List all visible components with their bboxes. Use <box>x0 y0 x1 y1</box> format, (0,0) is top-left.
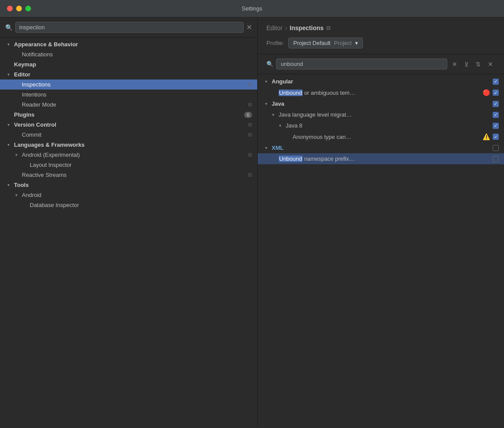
sidebar-item-label: Editor <box>14 71 252 78</box>
inspection-label: Unbound namespace prefix… <box>279 155 490 162</box>
right-search-input[interactable] <box>276 59 447 69</box>
right-header: Editor › Inspections ⊟ Profile: Project … <box>258 17 504 54</box>
sidebar-item-android[interactable]: ▾Android <box>0 190 257 200</box>
sidebar-search-bar: 🔍 ✕ <box>0 17 257 38</box>
profile-row: Profile: Project Default Project ▾ <box>266 38 495 48</box>
close-search-button[interactable]: ✕ <box>486 59 495 69</box>
sidebar-item-notifications[interactable]: Notifications <box>0 49 257 59</box>
inspection-label: Java <box>272 100 490 107</box>
inspection-label: Angular <box>272 78 490 85</box>
profile-tag: Project <box>334 40 352 46</box>
sidebar-item-reader_mode[interactable]: Reader Mode⊟ <box>0 100 257 110</box>
error-icon: 🔴 <box>483 89 490 96</box>
inspection-label: Unbound or ambiguous tem… <box>279 90 480 96</box>
checkbox[interactable]: ✓ <box>493 79 499 85</box>
chevron-icon: ▾ <box>263 79 269 84</box>
sidebar-item-appearance[interactable]: ▾Appearance & Behavior <box>0 39 257 49</box>
inspection-item-angular_header[interactable]: ▾Angular✓ <box>258 76 504 87</box>
sidebar-item-languages[interactable]: ▾Languages & Frameworks <box>0 140 257 150</box>
chevron-icon: ▾ <box>13 193 19 197</box>
sidebar-item-label: Commit <box>22 131 245 138</box>
chevron-icon: ▾ <box>5 142 11 147</box>
sidebar-item-label: Database Inspector <box>30 202 252 208</box>
minimize-button[interactable] <box>16 6 22 11</box>
settings-icon: ⊟ <box>248 152 252 158</box>
profile-label: Profile: <box>266 40 284 46</box>
chevron-icon: ▾ <box>5 72 11 77</box>
sidebar-item-label: Appearance & Behavior <box>14 41 252 48</box>
sidebar-item-reactive_streams[interactable]: Reactive Streams⊟ <box>0 170 257 180</box>
breadcrumb-current: Inspections <box>290 24 324 31</box>
inspection-item-java_lang_level[interactable]: ▾Java language level migrat…✓ <box>258 109 504 120</box>
sidebar-item-label: Languages & Frameworks <box>14 142 252 148</box>
inspection-item-unbound_angular[interactable]: Unbound or ambiguous tem…🔴✓ <box>258 87 504 98</box>
right-clear-button[interactable]: ✕ <box>450 59 459 69</box>
sidebar-item-db_inspector[interactable]: Database Inspector <box>0 200 257 210</box>
sidebar-item-plugins[interactable]: Plugins6 <box>0 110 257 120</box>
sidebar-item-editor[interactable]: ▾Editor <box>0 69 257 79</box>
sidebar-item-tools[interactable]: ▾Tools <box>0 180 257 190</box>
checkbox[interactable]: ✓ <box>493 90 499 96</box>
traffic-lights <box>7 6 31 11</box>
sidebar-item-android_exp[interactable]: ▾Android (Experimental)⊟ <box>0 150 257 160</box>
chevron-icon: ▾ <box>263 101 269 106</box>
checkbox[interactable] <box>493 145 499 151</box>
maximize-button[interactable] <box>25 6 31 11</box>
settings-icon: ⊟ <box>248 122 252 128</box>
inspection-item-xml_header[interactable]: ▾XML <box>258 142 504 153</box>
inspection-item-anon_type[interactable]: Anonymous type can…⚠️✓ <box>258 131 504 142</box>
sidebar-item-commit[interactable]: Commit⊟ <box>0 130 257 140</box>
sidebar-clear-button[interactable]: ✕ <box>246 24 252 31</box>
checkbox[interactable]: ✓ <box>493 101 499 107</box>
breadcrumb: Editor › Inspections ⊟ <box>266 24 495 31</box>
breadcrumb-parent: Editor <box>266 24 283 31</box>
highlight-text: Unbound <box>279 155 303 162</box>
breadcrumb-separator: › <box>285 24 287 31</box>
window-title: Settings <box>242 5 262 12</box>
sidebar-item-label: Tools <box>14 182 252 188</box>
chevron-icon: ▾ <box>5 122 11 127</box>
chevron-icon: ▾ <box>13 152 19 157</box>
checkbox[interactable]: ✓ <box>493 134 499 140</box>
sidebar-item-label: Version Control <box>14 121 245 128</box>
sidebar-item-label: Android <box>22 192 252 198</box>
sidebar-item-layout_inspector[interactable]: Layout Inspector <box>0 160 257 170</box>
sidebar-search-input[interactable] <box>15 22 244 33</box>
sidebar-item-label: Notifications <box>22 51 252 58</box>
sidebar-item-label: Android (Experimental) <box>22 152 245 158</box>
inspection-item-java8[interactable]: ▾Java 8✓ <box>258 120 504 131</box>
right-search-icon: 🔍 <box>266 61 273 67</box>
chevron-icon: ▾ <box>5 183 11 187</box>
chevron-icon: ▾ <box>270 112 276 117</box>
inspection-item-java_header[interactable]: ▾Java✓ <box>258 98 504 109</box>
close-button[interactable] <box>7 6 13 11</box>
inspection-label: Java language level migrat… <box>279 111 490 118</box>
sidebar-item-inspections[interactable]: Inspections⊟ <box>0 79 257 90</box>
chevron-down-icon: ▾ <box>355 40 358 46</box>
sidebar-item-label: Plugins <box>14 111 242 118</box>
profile-select[interactable]: Project Default Project ▾ <box>288 38 363 48</box>
inspection-label: Anonymous type can… <box>293 134 480 140</box>
breadcrumb-icon: ⊟ <box>326 25 331 31</box>
warning-icon: ⚠️ <box>483 133 490 140</box>
inspection-item-unbound_xml[interactable]: Unbound namespace prefix… <box>258 153 504 164</box>
chevron-icon: ▾ <box>263 145 269 150</box>
profile-value: Project Default <box>293 40 330 46</box>
settings-icon: ⊟ <box>248 82 252 87</box>
sort-button[interactable]: ⇅ <box>473 59 483 69</box>
titlebar: Settings <box>0 0 504 17</box>
checkbox[interactable] <box>493 156 499 162</box>
search-icon: 🔍 <box>5 24 13 31</box>
sidebar-item-intentions[interactable]: Intentions <box>0 90 257 100</box>
chevron-icon: ▾ <box>5 42 11 47</box>
sidebar-item-keymap[interactable]: Keymap <box>0 59 257 69</box>
sidebar-item-label: Keymap <box>14 61 252 68</box>
inspection-tree: ▾Angular✓Unbound or ambiguous tem…🔴✓▾Jav… <box>258 74 504 428</box>
highlight-text: Unbound <box>279 90 303 96</box>
filter-button[interactable]: ⊻ <box>462 59 471 69</box>
sidebar-item-label: Layout Inspector <box>30 162 252 168</box>
checkbox[interactable]: ✓ <box>493 123 499 129</box>
right-search-row: 🔍 ✕ ⊻ ⇅ ✕ <box>258 54 504 74</box>
sidebar-item-version_control[interactable]: ▾Version Control⊟ <box>0 120 257 130</box>
checkbox[interactable]: ✓ <box>493 112 499 118</box>
